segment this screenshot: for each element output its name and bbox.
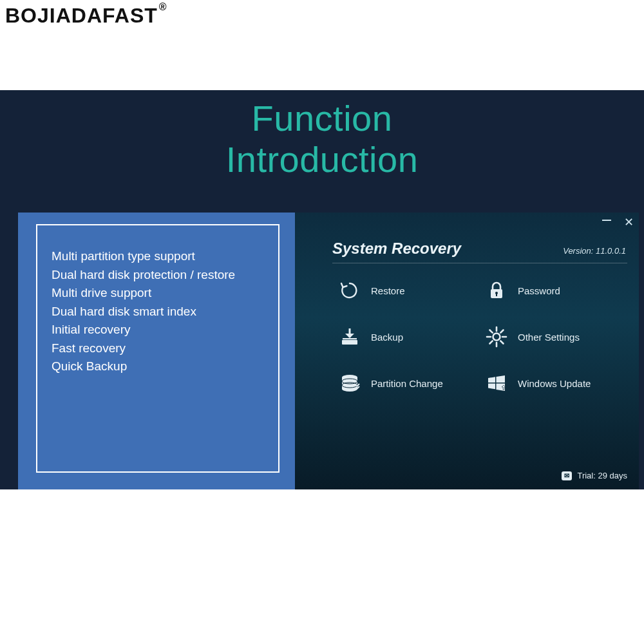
feature-panel: Multi partition type support Dual hard d…	[18, 213, 295, 489]
menu-label: Password	[518, 285, 560, 296]
disk-icon	[339, 372, 361, 394]
feature-item: Dual hard disk protection / restore	[52, 266, 267, 285]
menu-label: Restore	[371, 285, 405, 296]
svg-point-6	[493, 334, 500, 341]
feature-item: Fast recovery	[52, 339, 267, 358]
trial-label: Trial: 29 days	[577, 471, 627, 480]
page-title: Function Introduction	[0, 90, 644, 181]
brand-name: BOJIADAFAST	[5, 4, 158, 27]
feature-item: Quick Backup	[52, 357, 267, 376]
menu-label: Partition Change	[371, 378, 443, 389]
content-band: Function Introduction Multi partition ty…	[0, 90, 644, 489]
window-controls: ✕	[602, 216, 634, 228]
backup-icon	[339, 326, 361, 348]
brand-watermark: BOJIADAFAST®	[5, 4, 166, 28]
app-title: System Recovery	[332, 240, 461, 258]
windows-icon	[486, 372, 507, 394]
partition-change-button[interactable]: Partition Change	[339, 372, 473, 394]
close-button[interactable]: ✕	[624, 216, 634, 228]
registered-symbol: ®	[159, 1, 167, 12]
svg-line-11	[490, 330, 493, 333]
gear-icon	[486, 326, 507, 348]
other-settings-button[interactable]: Other Settings	[486, 326, 620, 348]
feature-item: Dual hard disk smart index	[52, 303, 267, 321]
password-button[interactable]: Password	[486, 279, 620, 301]
version-label: Version: 11.0.0.1	[563, 246, 626, 256]
svg-rect-3	[342, 340, 357, 345]
menu-label: Windows Update	[518, 378, 591, 389]
svg-line-14	[500, 330, 503, 333]
feature-item: Initial recovery	[52, 321, 267, 339]
trial-status: ✉ Trial: 29 days	[562, 471, 627, 480]
lock-icon	[486, 279, 507, 301]
feature-item: Multi drive support	[52, 284, 267, 303]
restore-icon	[339, 279, 361, 301]
heading-line-2: Introduction	[0, 139, 644, 180]
menu-label: Other Settings	[518, 332, 580, 343]
app-window: Multi partition type support Dual hard d…	[18, 213, 639, 489]
title-divider	[332, 263, 627, 263]
svg-rect-5	[343, 338, 357, 339]
app-title-row: System Recovery Version: 11.0.0.1	[332, 240, 626, 258]
menu-label: Backup	[371, 332, 403, 343]
restore-button[interactable]: Restore	[339, 279, 473, 301]
app-panel: ✕ System Recovery Version: 11.0.0.1	[295, 213, 639, 489]
svg-rect-2	[496, 294, 497, 296]
windows-update-button[interactable]: Windows Update	[486, 372, 620, 394]
heading-line-1: Function	[0, 98, 644, 139]
menu-grid: Restore Password	[339, 279, 620, 394]
mail-icon: ✉	[562, 471, 572, 480]
svg-line-13	[490, 341, 493, 343]
backup-button[interactable]: Backup	[339, 326, 473, 348]
feature-item: Multi partition type support	[52, 247, 267, 266]
svg-line-12	[500, 341, 503, 343]
minimize-button[interactable]	[602, 220, 611, 221]
feature-list: Multi partition type support Dual hard d…	[36, 224, 279, 473]
